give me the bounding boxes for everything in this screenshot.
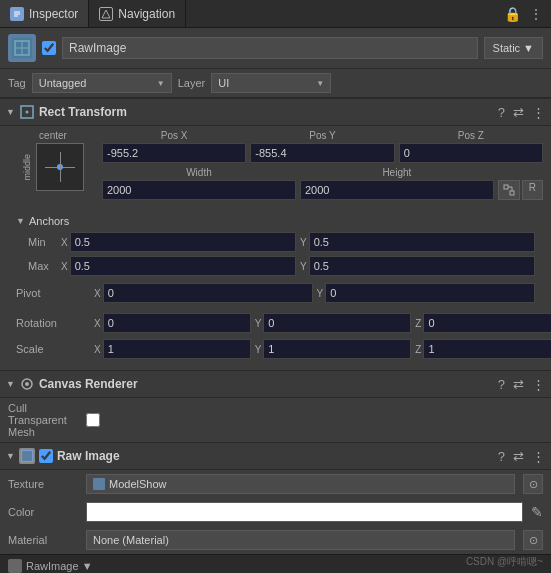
anchor-min-x-label: X xyxy=(61,237,68,248)
anchor-min-label: Min xyxy=(28,236,53,248)
rotation-y-input[interactable] xyxy=(263,313,411,333)
layer-dropdown[interactable]: UI ▼ xyxy=(211,73,331,93)
navigation-tab-icon xyxy=(99,7,113,21)
rotation-z-item: Z xyxy=(415,313,551,333)
raw-image-actions: ? ⇄ ⋮ xyxy=(498,449,545,464)
width-label: Width xyxy=(102,167,296,178)
anchor-max-y-item: Y xyxy=(300,256,535,276)
pos-xyz-row: Pos X Pos Y Pos Z xyxy=(102,130,543,163)
canvas-renderer-title: Canvas Renderer xyxy=(39,377,494,391)
pos-z-label: Pos Z xyxy=(399,130,543,141)
static-dropdown-arrow: ▼ xyxy=(523,42,534,54)
raw-image-component-icon xyxy=(19,448,35,464)
rotation-x-input[interactable] xyxy=(103,313,251,333)
tag-dropdown[interactable]: Untagged ▼ xyxy=(32,73,172,93)
object-header: Static ▼ xyxy=(0,28,551,69)
canvas-renderer-more-icon[interactable]: ⋮ xyxy=(532,377,545,392)
rotation-y-item: Y xyxy=(255,313,412,333)
color-swatch[interactable] xyxy=(86,502,523,522)
height-label: Height xyxy=(300,167,494,178)
pivot-xyz: X Y xyxy=(94,283,535,303)
rotation-z-input[interactable] xyxy=(423,313,551,333)
color-label: Color xyxy=(8,506,78,518)
constrain-proportions-btn[interactable] xyxy=(498,180,520,200)
rect-transform-collapse-arrow[interactable]: ▼ xyxy=(6,107,15,117)
lock-icon[interactable]: 🔒 xyxy=(504,6,521,22)
rect-transform-settings-icon[interactable]: ⇄ xyxy=(513,105,524,120)
raw-image-collapse-arrow[interactable]: ▼ xyxy=(6,451,15,461)
pivot-row: Pivot X Y xyxy=(8,280,543,306)
canvas-renderer-collapse-arrow[interactable]: ▼ xyxy=(6,379,15,389)
object-name-input[interactable] xyxy=(62,37,478,59)
svg-rect-18 xyxy=(22,451,32,461)
scale-label: Scale xyxy=(16,343,86,355)
color-picker-icon[interactable]: ✎ xyxy=(531,504,543,520)
scale-y-input[interactable] xyxy=(263,339,411,359)
svg-point-16 xyxy=(25,382,29,386)
anchor-min-y-input[interactable] xyxy=(309,232,535,252)
material-select-button[interactable]: ⊙ xyxy=(523,530,543,550)
scale-xyz: X Y Z xyxy=(94,339,551,359)
height-group: Height xyxy=(300,167,494,200)
scale-y-item: Y xyxy=(255,339,412,359)
anchor-max-xy: X Y xyxy=(61,256,535,276)
pos-y-input[interactable] xyxy=(250,143,394,163)
pos-x-label: Pos X xyxy=(102,130,246,141)
rt-coords: Pos X Pos Y Pos Z Width xyxy=(102,130,543,204)
cull-transparent-checkbox[interactable] xyxy=(86,413,100,427)
pos-x-input[interactable] xyxy=(102,143,246,163)
anchor-max-x-input[interactable] xyxy=(70,256,296,276)
svg-marker-4 xyxy=(102,10,110,18)
anchor-max-label: Max xyxy=(28,260,53,272)
anchors-collapse-arrow[interactable]: ▼ xyxy=(16,216,25,226)
pivot-y-label: Y xyxy=(317,288,324,299)
more-options-icon[interactable]: ⋮ xyxy=(529,6,543,22)
raw-image-settings-icon[interactable]: ⇄ xyxy=(513,449,524,464)
width-input[interactable] xyxy=(102,180,296,200)
height-input[interactable] xyxy=(300,180,494,200)
rotation-z-label: Z xyxy=(415,318,421,329)
rotation-x-label: X xyxy=(94,318,101,329)
svg-point-10 xyxy=(25,111,28,114)
tab-navigation[interactable]: Navigation xyxy=(89,0,186,27)
scale-z-item: Z xyxy=(415,339,551,359)
anchor-max-x-label: X xyxy=(61,261,68,272)
canvas-renderer-help-icon[interactable]: ? xyxy=(498,377,505,392)
texture-select-button[interactable]: ⊙ xyxy=(523,474,543,494)
rect-transform-title: Rect Transform xyxy=(39,105,494,119)
tag-label: Tag xyxy=(8,77,26,89)
rect-transform-help-icon[interactable]: ? xyxy=(498,105,505,120)
static-button[interactable]: Static ▼ xyxy=(484,37,543,59)
raw-image-help-icon[interactable]: ? xyxy=(498,449,505,464)
object-icon xyxy=(8,34,36,62)
color-row: Color ✎ xyxy=(0,498,551,526)
texture-row: Texture ModelShow ⊙ xyxy=(0,470,551,498)
canvas-renderer-settings-icon[interactable]: ⇄ xyxy=(513,377,524,392)
tag-dropdown-arrow: ▼ xyxy=(157,79,165,88)
rect-transform-icon xyxy=(19,104,35,120)
anchor-min-x-input[interactable] xyxy=(70,232,296,252)
pos-z-input[interactable] xyxy=(399,143,543,163)
pivot-x-label: X xyxy=(94,288,101,299)
pos-y-label: Pos Y xyxy=(250,130,394,141)
raw-image-title: Raw Image xyxy=(57,449,494,463)
anchor-min-y-item: Y xyxy=(300,232,535,252)
texture-value: ModelShow xyxy=(86,474,515,494)
rotation-row: Rotation X Y Z xyxy=(8,310,543,336)
raw-image-enabled-checkbox[interactable] xyxy=(39,449,53,463)
anchor-max-y-input[interactable] xyxy=(309,256,535,276)
rotation-xyz: X Y Z xyxy=(94,313,551,333)
raw-image-more-icon[interactable]: ⋮ xyxy=(532,449,545,464)
r-button[interactable]: R xyxy=(522,180,543,200)
watermark-text: CSDN @呼啃嗯~ xyxy=(466,556,543,567)
scale-x-input[interactable] xyxy=(103,339,251,359)
scale-z-input[interactable] xyxy=(423,339,551,359)
pivot-y-input[interactable] xyxy=(325,283,535,303)
tab-inspector[interactable]: Inspector xyxy=(0,0,89,27)
pos-y-group: Pos Y xyxy=(250,130,394,163)
rect-transform-more-icon[interactable]: ⋮ xyxy=(532,105,545,120)
object-active-checkbox[interactable] xyxy=(42,41,56,55)
svg-rect-11 xyxy=(504,185,508,189)
rt-anchor-box[interactable] xyxy=(36,143,84,191)
pivot-x-input[interactable] xyxy=(103,283,313,303)
